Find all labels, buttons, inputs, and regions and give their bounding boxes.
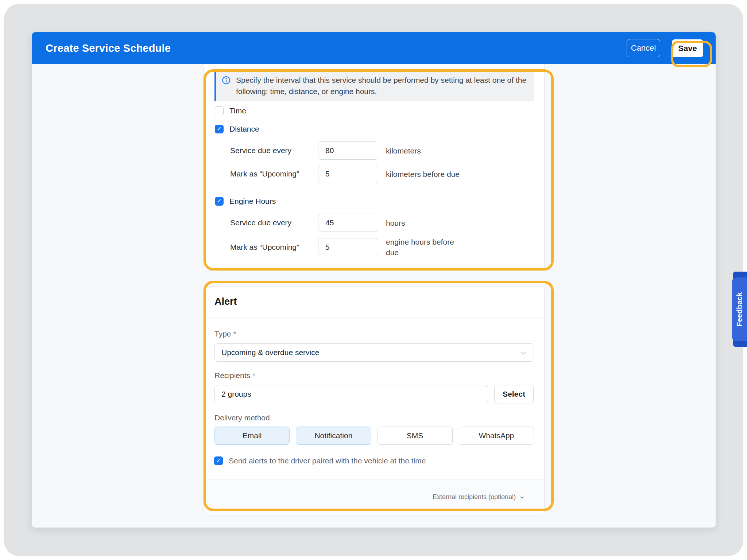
delivery-method-label: Delivery method (214, 413, 270, 422)
cancel-button[interactable]: Cancel (627, 39, 660, 57)
modal-header: Create Service Schedule Cancel Save (32, 32, 716, 64)
feedback-tab[interactable]: Feedback (732, 277, 747, 341)
engine-due-unit: hours (386, 218, 405, 228)
alert-section-title: Alert (214, 296, 237, 307)
required-asterisk: * (233, 330, 236, 338)
page-title: Create Service Schedule (46, 32, 171, 64)
engine-upcoming-input[interactable] (318, 238, 378, 256)
engine-upcoming-label: Mark as “Upcoming” (230, 243, 318, 252)
driver-alert-row: ✓ Send alerts to the driver paired with … (214, 456, 426, 466)
delivery-method-sms[interactable]: SMS (378, 427, 453, 445)
engine-hours-checkbox-row: ✓ Engine Hours (215, 196, 276, 206)
distance-due-input[interactable] (318, 141, 378, 160)
distance-due-row: Service due every kilometers (230, 141, 421, 160)
service-interval-card: Specify the interval that this service s… (203, 64, 545, 271)
engine-upcoming-unit: engine hours before due (386, 237, 462, 258)
external-recipients-toggle[interactable]: External recipients (optional) (204, 479, 544, 515)
time-label: Time (229, 106, 246, 115)
feedback-tab-label: Feedback (732, 277, 747, 341)
create-service-schedule-modal: Create Service Schedule Cancel Save Spec… (32, 32, 716, 528)
chevron-down-icon (519, 494, 525, 500)
save-button[interactable]: Save (672, 39, 703, 57)
alert-header-divider (204, 318, 544, 318)
time-checkbox-row: Time (215, 106, 246, 116)
distance-checkbox[interactable]: ✓ (215, 125, 224, 133)
time-checkbox[interactable] (215, 106, 224, 115)
delivery-method-notification[interactable]: Notification (296, 427, 371, 445)
external-recipients-label: External recipients (optional) (433, 493, 516, 501)
driver-alert-checkbox[interactable]: ✓ (214, 456, 223, 465)
interval-info-text: Specify the interval that this service s… (236, 74, 527, 97)
distance-due-unit: kilometers (386, 145, 421, 156)
delivery-method-whatsapp[interactable]: WhatsApp (459, 427, 534, 445)
alert-card: Alert Type* Upcoming & overdue service R… (203, 286, 545, 515)
chevron-down-icon (519, 349, 528, 357)
recipients-label: Recipients* (214, 371, 255, 380)
alert-type-value: Upcoming & overdue service (221, 348, 319, 357)
engine-due-input[interactable] (318, 214, 378, 232)
delivery-method-email[interactable]: Email (214, 427, 290, 445)
distance-upcoming-label: Mark as “Upcoming” (230, 170, 318, 178)
interval-info-banner: Specify the interval that this service s… (214, 70, 534, 101)
app-background: Create Service Schedule Cancel Save Spec… (4, 4, 743, 556)
info-icon (222, 76, 231, 85)
engine-due-label: Service due every (230, 218, 318, 227)
engine-hours-label: Engine Hours (229, 197, 276, 206)
distance-label: Distance (229, 125, 259, 133)
distance-upcoming-input[interactable] (318, 165, 378, 183)
recipients-input[interactable] (214, 385, 488, 403)
type-label: Type* (214, 330, 236, 338)
distance-checkbox-row: ✓ Distance (215, 124, 259, 134)
engine-upcoming-row: Mark as “Upcoming” engine hours before d… (230, 237, 462, 257)
engine-hours-checkbox[interactable]: ✓ (215, 197, 224, 206)
engine-due-row: Service due every hours (230, 214, 405, 232)
delivery-method-group: Email Notification SMS WhatsApp (214, 427, 534, 445)
alert-type-dropdown[interactable]: Upcoming & overdue service (214, 343, 534, 362)
distance-due-label: Service due every (230, 146, 318, 155)
distance-upcoming-unit: kilometers before due (386, 169, 460, 179)
distance-upcoming-row: Mark as “Upcoming” kilometers before due (230, 165, 460, 183)
recipients-select-button[interactable]: Select (494, 385, 534, 403)
driver-alert-label: Send alerts to the driver paired with th… (229, 456, 426, 465)
required-asterisk: * (252, 371, 255, 380)
